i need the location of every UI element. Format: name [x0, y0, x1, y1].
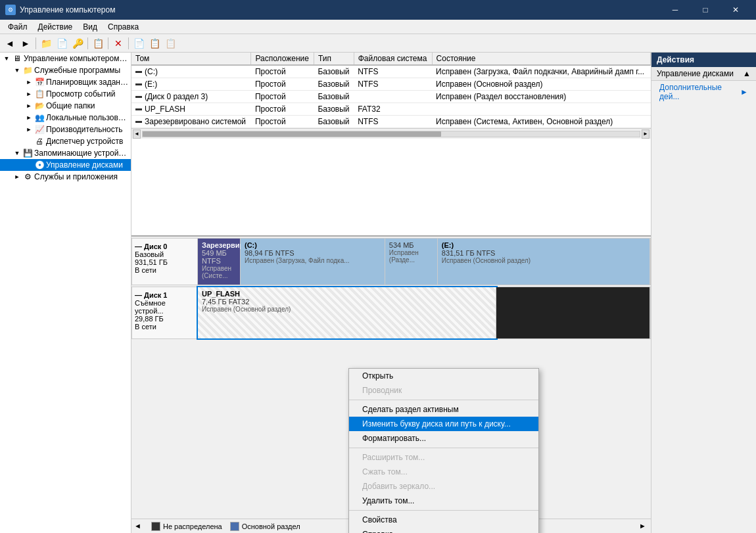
ctx-change-letter[interactable]: Изменить букву диска или путь к диску...	[349, 417, 538, 431]
tree-expand-storage[interactable]: ▼	[12, 148, 22, 158]
cell-fs: NTFS	[354, 65, 432, 78]
tree-label-shares: Общие папки	[46, 101, 95, 110]
disk-0-part-534[interactable]: 534 МБ Исправен (Разде...	[385, 239, 438, 285]
close-button[interactable]: ✕	[721, 0, 751, 20]
tree-expand-root[interactable]: ▼	[1, 53, 12, 64]
table-row[interactable]: (C:) Простой Базовый NTFS Исправен (Загр…	[131, 65, 651, 78]
disk-1-part-flash[interactable]: UP_FLASH 7,45 ГБ FAT32 Исправен (Основно…	[198, 287, 496, 338]
disk-0-type: Базовый	[135, 250, 195, 258]
cell-rasp: Простой	[251, 91, 314, 103]
col-fs[interactable]: Файловая система	[354, 53, 432, 65]
tree-label-diskmgmt: Управление дисками	[46, 160, 123, 170]
cell-fs: NTFS	[354, 78, 432, 91]
ctx-explorer: Проводник	[349, 383, 538, 398]
tree-item-root[interactable]: ▼ 🖥 Управление компьютером (л	[0, 53, 131, 64]
table-row[interactable]: UP_FLASH Простой Базовый FAT32	[131, 103, 651, 116]
tree-item-services[interactable]: ► ⚙ Службы и приложения	[0, 171, 131, 183]
menu-help[interactable]: Справка	[103, 21, 144, 33]
disk-1-type: Съёмное устрой...	[135, 299, 195, 315]
toolbar-up[interactable]: 📁	[39, 36, 53, 51]
toolbar-back[interactable]: ◄	[3, 36, 17, 51]
ctx-delete[interactable]: Удалить том...	[349, 494, 538, 508]
toolbar-show-hide[interactable]: 📄	[55, 36, 69, 51]
tree-item-utils[interactable]: ▼ 📁 Служебные программы	[0, 64, 131, 76]
tree-expand-shares[interactable]: ►	[24, 101, 34, 111]
ctx-help[interactable]: Справка	[349, 527, 538, 533]
toolbar-copy[interactable]: 📋	[147, 36, 162, 51]
menu-view[interactable]: Вид	[78, 21, 103, 33]
col-rasp[interactable]: Расположение	[251, 53, 314, 65]
scroll-thumb[interactable]	[143, 131, 441, 137]
scroll-right-status[interactable]: ►	[639, 522, 648, 531]
menu-action[interactable]: Действие	[33, 21, 78, 33]
table-row[interactable]: (E:) Простой Базовый NTFS Исправен (Осно…	[131, 78, 651, 91]
ctx-open[interactable]: Открыть	[349, 369, 538, 383]
legend-unalloc: Не распределена	[151, 522, 222, 531]
toolbar-stop[interactable]: ✕	[111, 36, 126, 51]
col-tip[interactable]: Тип	[314, 53, 354, 65]
cell-rasp: Простой	[251, 103, 314, 116]
tree-item-events[interactable]: ► 📋 Просмотр событий	[0, 88, 131, 100]
tree-expand-users[interactable]: ►	[24, 112, 34, 123]
horizontal-scrollbar[interactable]: ◄ ►	[131, 128, 651, 139]
scroll-track[interactable]	[142, 131, 640, 137]
scroll-left-btn[interactable]: ◄	[133, 129, 141, 139]
action-link-more[interactable]: Дополнительные дей... ►	[651, 81, 756, 103]
cell-fs: FAT32	[354, 103, 432, 116]
tree-item-diskmgmt[interactable]: 💿 Управление дисками	[0, 159, 131, 171]
part-c-size: 98,94 ГБ NTFS	[245, 249, 381, 257]
part-534-size: 534 МБ	[389, 241, 433, 249]
scroll-left-status[interactable]: ◄	[134, 522, 143, 531]
actions-section-title[interactable]: Управление дисками ▲	[651, 67, 756, 81]
disk-1-part-unalloc[interactable]	[496, 287, 650, 338]
col-tom[interactable]: Том	[131, 53, 251, 65]
disk-0-name: — Диск 0	[135, 243, 195, 250]
disk-0-part-c[interactable]: (C:) 98,94 ГБ NTFS Исправен (Загрузка, Ф…	[241, 239, 385, 285]
legend-unalloc-label: Не распределена	[163, 522, 222, 530]
ctx-make-active[interactable]: Сделать раздел активным	[349, 402, 538, 417]
tree-expand-services[interactable]: ►	[12, 172, 22, 182]
cell-fs: NTFS	[354, 116, 432, 128]
maximize-button[interactable]: □	[690, 0, 721, 20]
ctx-shrink: Сжать том...	[349, 465, 538, 479]
table-row[interactable]: Зарезервировано системой Простой Базовый…	[131, 116, 651, 128]
tree-item-perf[interactable]: ► 📈 Производительность	[0, 124, 131, 135]
tree-expand-perf[interactable]: ►	[24, 124, 34, 135]
minimize-button[interactable]: ─	[660, 0, 690, 20]
toolbar-sep1	[35, 37, 36, 49]
tree-expand-utils[interactable]: ▼	[12, 65, 22, 76]
toolbar-export[interactable]: 📋	[91, 36, 105, 51]
disk-0-part-e[interactable]: (E:) 831,51 ГБ NTFS Исправен (Основной р…	[438, 239, 650, 285]
tree-expand-events[interactable]: ►	[24, 89, 34, 99]
actions-header: Действия	[651, 53, 756, 67]
tree-label-scheduler: Планировщик заданий	[46, 78, 128, 87]
tree-item-users[interactable]: ► 👥 Локальные пользовате...	[0, 112, 131, 124]
menu-file[interactable]: Файл	[3, 21, 33, 33]
toolbar-new[interactable]: 📄	[131, 36, 146, 51]
tree-item-storage[interactable]: ▼ 💾 Запоминающие устройств...	[0, 147, 131, 159]
cell-tom: (E:)	[131, 78, 251, 91]
tree-label-services: Службы и приложения	[34, 172, 118, 181]
legend-primary: Основной раздел	[230, 522, 300, 531]
ctx-format[interactable]: Форматировать...	[349, 431, 538, 446]
part-flash-status: Исправен (Основной раздел)	[202, 306, 492, 313]
toolbar-paste: 📋	[163, 36, 177, 51]
table-row[interactable]: (Диск 0 раздел 3) Простой Базовый Исправ…	[131, 91, 651, 103]
ctx-properties[interactable]: Свойства	[349, 513, 538, 527]
disk-1-label: — Диск 1 Съёмное устрой... 29,88 ГБ В се…	[132, 287, 198, 338]
menu-bar: Файл Действие Вид Справка	[0, 20, 756, 34]
toolbar-forward[interactable]: ►	[18, 36, 33, 51]
col-state[interactable]: Состояние	[432, 53, 650, 65]
cell-state: Исправен (Раздел восстановления)	[432, 91, 650, 103]
tree-item-scheduler[interactable]: ► 📅 Планировщик заданий	[0, 76, 131, 88]
toolbar: ◄ ► 📁 📄 🔑 📋 ✕ 📄 📋 📋	[0, 34, 756, 53]
toolbar-sep2	[87, 37, 88, 49]
scroll-right-btn[interactable]: ►	[642, 129, 650, 139]
disk-0-part-reserved[interactable]: Зарезервирован... 549 МБ NTFS Исправен (…	[198, 239, 241, 285]
cell-fs	[354, 91, 432, 103]
tree-item-shares[interactable]: ► 📂 Общие папки	[0, 100, 131, 112]
tree-item-devmgr[interactable]: 🖨 Диспетчер устройств	[0, 135, 131, 147]
tree-expand-scheduler[interactable]: ►	[24, 77, 34, 87]
toolbar-key[interactable]: 🔑	[70, 36, 85, 51]
context-menu: Открыть Проводник Сделать раздел активны…	[348, 368, 539, 533]
